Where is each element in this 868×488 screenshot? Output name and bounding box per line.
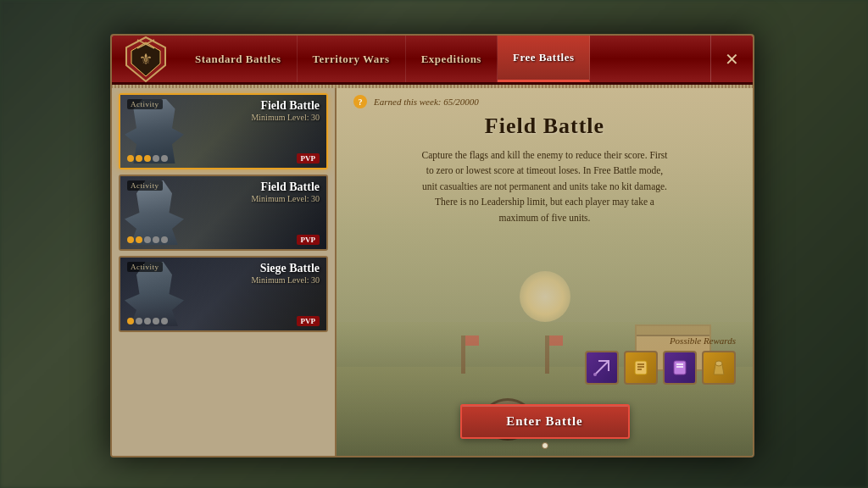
- reward-icon-2: [624, 351, 658, 385]
- battle-item-3-bottom: PVP: [127, 316, 320, 326]
- battle-level-2: Minimum Level: 30: [251, 194, 320, 203]
- battle-item-2[interactable]: Activity Field Battle Minimum Level: 30: [119, 175, 328, 251]
- logo-area: ⚜: [112, 36, 180, 82]
- tab-territory-wars[interactable]: Territory Wars: [298, 36, 406, 82]
- star-4: [153, 155, 159, 162]
- battle-item-3[interactable]: Activity Siege Battle Minimum Level: 30: [119, 256, 328, 332]
- main-dialog: ⚜ Standard Battles Territory Wars Expedi…: [110, 34, 754, 458]
- dialog-body: Activity Field Battle Minimum Level: 30: [112, 85, 753, 456]
- activity-badge-1: Activity: [127, 99, 163, 109]
- reward-icon-3: [663, 351, 697, 385]
- tab-expeditions[interactable]: Expeditions: [406, 36, 498, 82]
- battle-item-2-bottom: PVP: [127, 235, 320, 245]
- star-2-3: [144, 236, 151, 243]
- star-2-1: [127, 236, 134, 243]
- battle-item-2-top: Activity Field Battle Minimum Level: 30: [127, 180, 320, 203]
- detail-panel: ? Earned this week: 65/20000 Field Battl…: [337, 85, 753, 456]
- battle-item-1-info: Field Battle Minimum Level: 30: [251, 99, 320, 122]
- battle-item-3-info: Siege Battle Minimum Level: 30: [251, 262, 320, 285]
- svg-point-13: [715, 361, 722, 366]
- rewards-row: [585, 351, 736, 385]
- pvp-badge-1: PVP: [297, 153, 320, 164]
- svg-point-5: [593, 373, 597, 376]
- battle-stars-2: [127, 236, 168, 243]
- svg-text:⚜: ⚜: [139, 51, 153, 68]
- question-icon[interactable]: ?: [353, 95, 367, 108]
- carousel-dot: [542, 442, 548, 449]
- pvp-badge-2: PVP: [297, 235, 320, 245]
- star-3-4: [153, 318, 159, 324]
- battle-item-1-content: Activity Field Battle Minimum Level: 30: [120, 95, 326, 168]
- reward-bag-icon: [709, 358, 729, 378]
- earned-row: ? Earned this week: 65/20000: [353, 95, 736, 108]
- battle-stars-3: [127, 318, 168, 324]
- star-3-2: [136, 318, 142, 324]
- battle-name-1: Field Battle: [251, 99, 320, 113]
- tab-standard-battles[interactable]: Standard Battles: [180, 36, 298, 82]
- activity-badge-2: Activity: [127, 180, 163, 191]
- star-5: [161, 155, 168, 162]
- star-1: [127, 155, 134, 162]
- star-3-3: [144, 318, 151, 324]
- svg-rect-6: [635, 361, 647, 374]
- dialog-header: ⚜ Standard Battles Territory Wars Expedi…: [112, 36, 753, 85]
- star-3: [144, 155, 151, 162]
- star-3-1: [127, 318, 134, 324]
- battle-item-2-content: Activity Field Battle Minimum Level: 30: [120, 176, 326, 249]
- rewards-label: Possible Rewards: [585, 336, 736, 346]
- detail-description: Capture the flags and kill the enemy to …: [418, 147, 672, 225]
- detail-content: ? Earned this week: 65/20000 Field Battl…: [337, 85, 753, 456]
- nav-tabs: Standard Battles Territory Wars Expediti…: [180, 36, 710, 82]
- battle-item-1-top: Activity Field Battle Minimum Level: 30: [127, 99, 320, 122]
- battle-item-3-top: Activity Siege Battle Minimum Level: 30: [127, 262, 320, 285]
- enter-battle-button[interactable]: Enter Battle: [460, 404, 630, 439]
- star-2-2: [136, 236, 142, 243]
- shield-logo-icon: ⚜: [125, 36, 167, 83]
- earned-this-week: Earned this week: 65/20000: [374, 97, 479, 107]
- activity-badge-3: Activity: [127, 262, 163, 272]
- rewards-section: Possible Rewards: [585, 336, 736, 396]
- battle-stars-1: [127, 155, 168, 162]
- reward-icon-1: [585, 351, 619, 385]
- star-2: [136, 155, 142, 162]
- svg-rect-10: [674, 361, 686, 374]
- star-3-5: [161, 318, 168, 324]
- battle-name-2: Field Battle: [251, 180, 320, 194]
- battle-item-2-info: Field Battle Minimum Level: 30: [251, 180, 320, 203]
- battle-item-1-bottom: PVP: [127, 153, 320, 164]
- battle-item-3-content: Activity Siege Battle Minimum Level: 30: [120, 258, 326, 330]
- star-2-5: [161, 236, 168, 243]
- reward-icon-4: [702, 351, 736, 385]
- close-button[interactable]: ✕: [710, 36, 753, 82]
- reward-scroll-purple-icon: [670, 358, 690, 378]
- reward-sword-icon: [592, 358, 612, 378]
- pvp-badge-3: PVP: [297, 316, 320, 326]
- battle-level-1: Minimum Level: 30: [251, 113, 320, 122]
- reward-scroll-icon: [631, 358, 651, 378]
- star-2-4: [153, 236, 159, 243]
- battle-item-1[interactable]: Activity Field Battle Minimum Level: 30: [119, 93, 328, 169]
- tab-free-battles[interactable]: Free Battles: [498, 36, 591, 82]
- battle-level-3: Minimum Level: 30: [251, 275, 320, 285]
- detail-title: Field Battle: [353, 114, 736, 139]
- battle-name-3: Siege Battle: [251, 262, 320, 275]
- battle-list-panel: Activity Field Battle Minimum Level: 30: [112, 85, 337, 456]
